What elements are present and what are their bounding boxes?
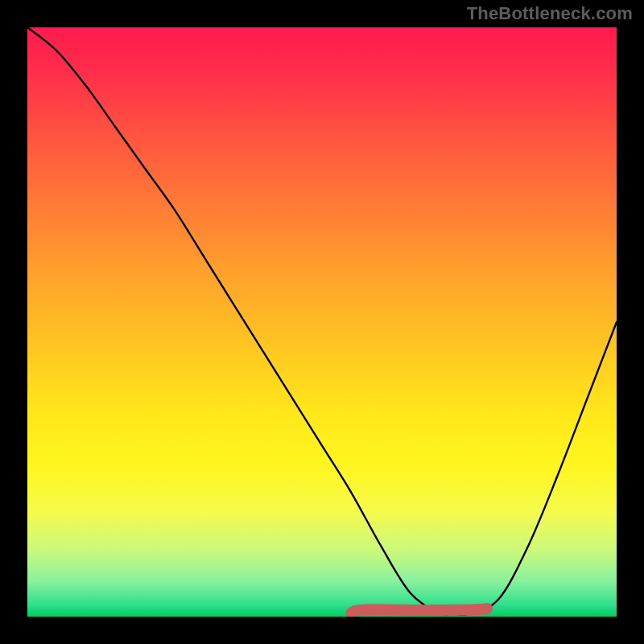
bottom-band <box>352 609 487 613</box>
bottleneck-curve <box>27 27 617 615</box>
chart-frame: TheBottleneck.com <box>0 0 644 644</box>
attribution-label: TheBottleneck.com <box>467 3 633 24</box>
curve-overlay <box>27 27 617 617</box>
plot-area <box>27 27 617 617</box>
